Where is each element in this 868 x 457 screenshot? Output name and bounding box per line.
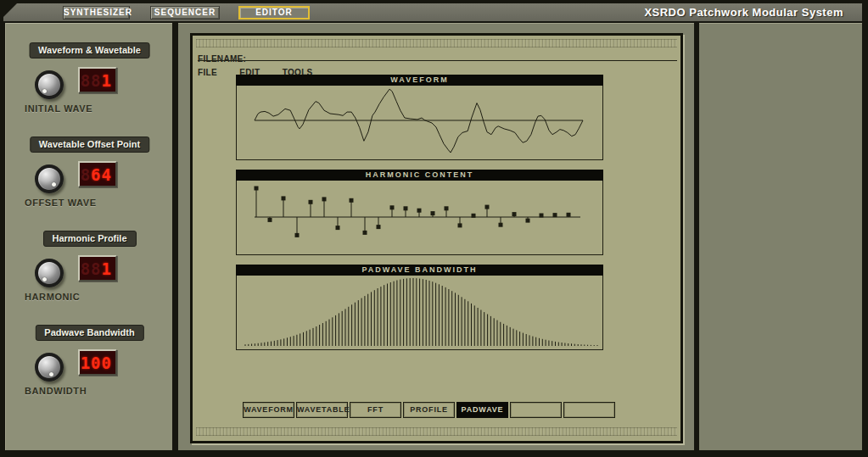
- section-badge: Waveform & Wavetable: [29, 42, 150, 59]
- offset-wave-knob[interactable]: [35, 164, 64, 193]
- padwave-panel-title: PADWAVE BANDWIDTH: [236, 265, 603, 276]
- bandwidth-display: 100: [78, 349, 117, 376]
- led-value: 100: [81, 354, 112, 372]
- editor-button[interactable]: EDITOR: [238, 6, 310, 20]
- sidebar-section-waveform-wavetable: Waveform & Wavetable 881 INITIAL WAVE: [6, 42, 173, 131]
- editor-window: FILENAME: FILE EDIT TOOLS WAVEFORM HARMO…: [190, 33, 683, 443]
- knob-indicator-dot: [42, 277, 47, 281]
- padwave-chart: [236, 276, 603, 350]
- filename-label: FILENAME:: [198, 54, 246, 64]
- sidebar-section-padwave-bandwidth: Padwave Bandwidth 100 BANDWIDTH: [6, 325, 173, 413]
- knob-indicator-dot: [49, 372, 53, 376]
- bandwidth-knob[interactable]: [35, 353, 64, 382]
- offset-wave-display: 864: [78, 161, 117, 187]
- led-ghost-digits: 88: [81, 259, 102, 278]
- harmonic-display: 881: [78, 255, 117, 281]
- sidebar-section-wavetable-offset: Wavetable Offset Point 864 OFFSET WAVE: [6, 137, 173, 225]
- synthesizer-button[interactable]: SYNTHESIZER: [63, 6, 130, 20]
- tab-fft[interactable]: FFT: [350, 402, 401, 418]
- initial-wave-knob[interactable]: [35, 70, 64, 99]
- filename-row: FILENAME:: [198, 50, 677, 61]
- padwave-bandwidth-panel: PADWAVE BANDWIDTH: [236, 265, 603, 350]
- menu-file[interactable]: FILE: [198, 68, 217, 77]
- section-badge: Harmonic Profile: [42, 231, 136, 247]
- tab-padwave[interactable]: PADWAVE: [456, 402, 508, 418]
- view-tabs: WAVEFORM WAVETABLE FFT PROFILE PADWAVE: [243, 402, 615, 418]
- knob-indicator-dot: [42, 89, 47, 93]
- tab-wavetable[interactable]: WAVETABLE: [296, 402, 348, 418]
- texture-strip-bottom: [196, 427, 677, 436]
- app-window: SYNTHESIZER SEQUENCER EDITOR XSRDO Patch…: [0, 0, 868, 457]
- center-panel: FILENAME: FILE EDIT TOOLS WAVEFORM HARMO…: [178, 23, 694, 450]
- padwave-bars-plot: [237, 276, 602, 348]
- led-ghost-digits: 88: [81, 71, 102, 90]
- led-value: 1: [102, 259, 112, 278]
- tab-empty-1[interactable]: [510, 402, 562, 418]
- knob-label: BANDWIDTH: [25, 386, 160, 396]
- sequencer-button[interactable]: SEQUENCER: [150, 6, 220, 20]
- harmonic-chart: [236, 181, 603, 255]
- knob-label: HARMONIC: [25, 292, 160, 302]
- sidebar-panel: Waveform & Wavetable 881 INITIAL WAVE Wa…: [5, 23, 172, 450]
- right-panel: [699, 23, 862, 450]
- waveform-panel-title: WAVEFORM: [236, 75, 603, 86]
- menu-bar: FILE EDIT TOOLS: [198, 64, 332, 75]
- sidebar-section-harmonic-profile: Harmonic Profile 881 HARMONIC: [6, 231, 173, 319]
- app-title: XSRDO Patchwork Modular System: [644, 6, 843, 19]
- led-value: 1: [102, 71, 112, 90]
- tab-empty-2[interactable]: [563, 402, 615, 418]
- section-badge: Padwave Bandwidth: [35, 325, 143, 341]
- section-badge: Wavetable Offset Point: [30, 137, 149, 153]
- knob-label: INITIAL WAVE: [25, 103, 160, 114]
- harmonic-stem-plot: [237, 181, 602, 254]
- led-ghost-digits: 8: [81, 165, 91, 184]
- tab-profile[interactable]: PROFILE: [403, 402, 455, 418]
- harmonic-content-panel: HARMONIC CONTENT: [236, 170, 603, 255]
- led-value: 64: [91, 165, 112, 184]
- waveform-plot: [237, 86, 602, 159]
- initial-wave-display: 881: [78, 67, 117, 93]
- top-bar: SYNTHESIZER SEQUENCER EDITOR XSRDO Patch…: [3, 3, 862, 21]
- waveform-chart: [236, 86, 603, 160]
- knob-indicator-dot: [52, 182, 56, 187]
- harmonic-knob[interactable]: [35, 259, 64, 287]
- harmonic-panel-title: HARMONIC CONTENT: [236, 170, 603, 181]
- texture-strip-top: [196, 39, 677, 47]
- tab-waveform[interactable]: WAVEFORM: [243, 402, 294, 418]
- knob-label: OFFSET WAVE: [25, 198, 160, 208]
- waveform-panel: WAVEFORM: [236, 75, 603, 160]
